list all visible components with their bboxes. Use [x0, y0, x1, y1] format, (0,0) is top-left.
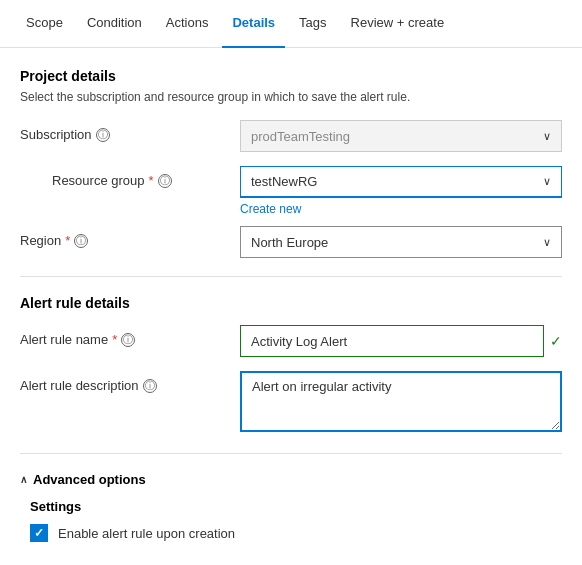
alert-rule-description-label: Alert rule description ⓘ — [20, 371, 240, 393]
alert-rule-name-label: Alert rule name * ⓘ — [20, 325, 240, 347]
alert-rule-description-info-icon[interactable]: ⓘ — [143, 379, 157, 393]
enable-alert-label: Enable alert rule upon creation — [58, 526, 235, 541]
resource-group-label: Resource group * ⓘ — [40, 166, 260, 188]
alert-rule-details-title: Alert rule details — [20, 295, 562, 311]
alert-rule-name-control: ✓ — [240, 325, 562, 357]
advanced-options-title: Advanced options — [33, 472, 146, 487]
subscription-chevron-icon: ∨ — [543, 130, 551, 143]
alert-rule-description-row: Alert rule description ⓘ — [20, 371, 562, 435]
region-control: North Europe ∨ — [240, 226, 562, 258]
settings-title: Settings — [20, 499, 562, 514]
alert-rule-description-input[interactable] — [240, 371, 562, 432]
enable-alert-row: Enable alert rule upon creation — [20, 524, 562, 542]
region-chevron-icon: ∨ — [543, 236, 551, 249]
subscription-value: prodTeamTesting — [251, 129, 350, 144]
resource-group-row: Resource group * ⓘ testNewRG ∨ Create ne… — [20, 166, 562, 216]
project-details-title: Project details — [20, 68, 562, 84]
subscription-control: prodTeamTesting ∨ — [240, 120, 562, 152]
nav-item-details[interactable]: Details — [222, 0, 285, 48]
alert-rule-name-info-icon[interactable]: ⓘ — [121, 333, 135, 347]
resource-group-control: testNewRG ∨ Create new — [240, 166, 562, 216]
top-nav: Scope Condition Actions Details Tags Rev… — [0, 0, 582, 48]
alert-rule-name-input[interactable] — [240, 325, 544, 357]
alert-rule-name-row: Alert rule name * ⓘ ✓ — [20, 325, 562, 357]
alert-rule-name-input-wrap: ✓ — [240, 325, 562, 357]
nav-item-review-create[interactable]: Review + create — [341, 0, 455, 48]
nav-item-tags[interactable]: Tags — [289, 0, 336, 48]
advanced-options-section: ∧ Advanced options Settings Enable alert… — [20, 472, 562, 542]
region-required: * — [65, 233, 70, 248]
nav-item-condition[interactable]: Condition — [77, 0, 152, 48]
advanced-options-chevron-icon: ∧ — [20, 474, 27, 485]
alert-rule-name-check-icon: ✓ — [550, 333, 562, 349]
region-label: Region * ⓘ — [20, 226, 240, 248]
resource-group-dropdown[interactable]: testNewRG ∨ — [240, 166, 562, 198]
alert-rule-name-required: * — [112, 332, 117, 347]
nav-item-scope[interactable]: Scope — [16, 0, 73, 48]
advanced-options-header[interactable]: ∧ Advanced options — [20, 472, 562, 487]
subscription-row: Subscription ⓘ prodTeamTesting ∨ — [20, 120, 562, 152]
resource-group-info-icon[interactable]: ⓘ — [158, 174, 172, 188]
region-info-icon[interactable]: ⓘ — [74, 234, 88, 248]
region-value: North Europe — [251, 235, 328, 250]
enable-alert-checkbox[interactable] — [30, 524, 48, 542]
nav-item-actions[interactable]: Actions — [156, 0, 219, 48]
page-content: Project details Select the subscription … — [0, 48, 582, 565]
resource-group-required: * — [149, 173, 154, 188]
resource-group-value: testNewRG — [251, 174, 317, 189]
resource-group-chevron-icon: ∨ — [543, 175, 551, 188]
region-dropdown[interactable]: North Europe ∨ — [240, 226, 562, 258]
subscription-dropdown[interactable]: prodTeamTesting ∨ — [240, 120, 562, 152]
project-details-desc: Select the subscription and resource gro… — [20, 90, 562, 104]
subscription-label: Subscription ⓘ — [20, 120, 240, 142]
create-new-link[interactable]: Create new — [240, 202, 301, 216]
divider-1 — [20, 276, 562, 277]
region-row: Region * ⓘ North Europe ∨ — [20, 226, 562, 258]
subscription-info-icon[interactable]: ⓘ — [96, 128, 110, 142]
alert-rule-description-control — [240, 371, 562, 435]
divider-2 — [20, 453, 562, 454]
